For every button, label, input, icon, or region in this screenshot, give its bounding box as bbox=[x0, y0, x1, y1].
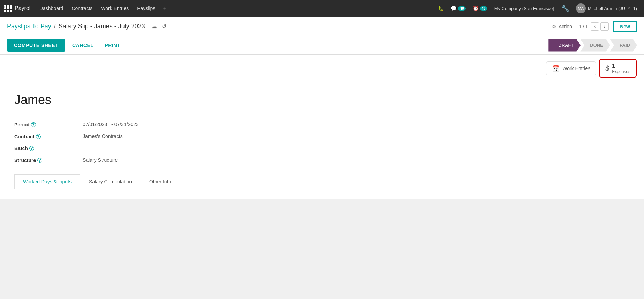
page-navigation: 1 / 1 ‹ › bbox=[579, 22, 609, 31]
new-button[interactable]: New bbox=[613, 21, 637, 32]
prev-page-button[interactable]: ‹ bbox=[591, 22, 599, 31]
settings-icon[interactable]: 🔧 bbox=[559, 3, 572, 14]
refresh-icon[interactable]: ↺ bbox=[162, 23, 166, 30]
activity-badge: 46 bbox=[480, 6, 487, 11]
status-paid[interactable]: PAID bbox=[610, 39, 637, 52]
batch-value[interactable] bbox=[83, 145, 224, 151]
top-navigation: Payroll Dashboard Contracts Work Entries… bbox=[0, 0, 644, 17]
work-entries-button[interactable]: 📅 Work Entries bbox=[546, 61, 596, 75]
compute-sheet-button[interactable]: COMPUTE SHEET bbox=[7, 39, 65, 52]
structure-value[interactable]: Salary Structure bbox=[83, 157, 224, 163]
period-dash: - 07/31/2023 bbox=[111, 122, 139, 127]
breadcrumb-current: Salary Slip - James - July 2023 bbox=[59, 23, 145, 30]
content-area: 📅 Work Entries $ 1 Expenses James Period… bbox=[0, 54, 644, 298]
messages-badge: 48 bbox=[458, 6, 465, 11]
expenses-info: 1 Expenses bbox=[612, 63, 630, 74]
nav-work-entries[interactable]: Work Entries bbox=[97, 4, 132, 13]
app-name: Payroll bbox=[15, 5, 32, 12]
tabs-row: Worked Days & Inputs Salary Computation … bbox=[14, 174, 630, 189]
tab-salary-computation[interactable]: Salary Computation bbox=[80, 174, 141, 189]
nav-dashboard[interactable]: Dashboard bbox=[36, 4, 67, 13]
expenses-button[interactable]: $ 1 Expenses bbox=[599, 59, 637, 78]
gear-icon: ⚙ bbox=[552, 24, 556, 29]
next-page-button[interactable]: › bbox=[600, 22, 609, 31]
status-draft[interactable]: DRAFT bbox=[548, 39, 581, 52]
user-menu[interactable]: MA Mitchell Admin (JULY_1) bbox=[573, 2, 640, 15]
cancel-button[interactable]: CANCEL bbox=[67, 39, 99, 52]
smart-buttons-row: 📅 Work Entries $ 1 Expenses bbox=[0, 55, 644, 82]
action-label: Action bbox=[559, 24, 572, 29]
nav-payslips[interactable]: Payslips bbox=[134, 4, 159, 13]
structure-label: Structure ? bbox=[14, 157, 77, 163]
structure-help-icon[interactable]: ? bbox=[37, 158, 42, 163]
expenses-label: Expenses bbox=[612, 69, 630, 74]
contract-label: Contract ? bbox=[14, 133, 77, 139]
batch-help-icon[interactable]: ? bbox=[29, 146, 34, 151]
activity-button[interactable]: ⏰ 46 bbox=[470, 4, 490, 13]
page-info: 1 / 1 bbox=[579, 24, 588, 29]
breadcrumb-actions: ⚙ Action 1 / 1 ‹ › New bbox=[549, 21, 637, 32]
batch-label: Batch ? bbox=[14, 145, 77, 151]
toolbar: COMPUTE SHEET CANCEL PRINT DRAFT DONE PA… bbox=[0, 36, 644, 54]
period-start[interactable]: 07/01/2023 bbox=[83, 122, 107, 127]
period-help-icon[interactable]: ? bbox=[31, 122, 36, 127]
action-button[interactable]: ⚙ Action bbox=[549, 22, 575, 31]
company-name[interactable]: My Company (San Francisco) bbox=[492, 6, 557, 11]
employee-name: James bbox=[14, 93, 630, 107]
period-label: Period ? bbox=[14, 121, 77, 127]
work-entries-label: Work Entries bbox=[562, 66, 590, 71]
upload-icon[interactable]: ☁ bbox=[151, 23, 157, 30]
bug-icon-button[interactable]: 🐛 bbox=[435, 4, 447, 13]
add-menu-button[interactable]: + bbox=[160, 3, 170, 14]
contract-value[interactable]: James's Contracts bbox=[83, 133, 224, 139]
calendar-icon: 📅 bbox=[552, 65, 560, 72]
messages-button[interactable]: 💬 48 bbox=[448, 4, 468, 13]
avatar: MA bbox=[576, 3, 586, 13]
breadcrumb-parent[interactable]: Payslips To Pay bbox=[7, 23, 51, 30]
breadcrumb-separator: / bbox=[54, 23, 56, 30]
tab-worked-days[interactable]: Worked Days & Inputs bbox=[14, 174, 80, 189]
print-button[interactable]: PRINT bbox=[99, 39, 126, 52]
user-name: Mitchell Admin (JULY_1) bbox=[588, 6, 637, 11]
status-done[interactable]: DONE bbox=[580, 39, 610, 52]
contract-help-icon[interactable]: ? bbox=[36, 134, 41, 139]
app-logo[interactable]: Payroll bbox=[4, 5, 32, 12]
form-card: 📅 Work Entries $ 1 Expenses James Period… bbox=[0, 54, 644, 199]
status-pipeline: DRAFT DONE PAID bbox=[548, 39, 637, 52]
grid-icon bbox=[4, 5, 12, 12]
form-body: James Period ? 07/01/2023 - 07/31/2023 C… bbox=[0, 82, 644, 199]
tab-other-info[interactable]: Other Info bbox=[141, 174, 180, 189]
expenses-count: 1 bbox=[612, 63, 615, 69]
period-value: 07/01/2023 - 07/31/2023 bbox=[83, 121, 224, 127]
nav-contracts[interactable]: Contracts bbox=[68, 4, 96, 13]
dollar-icon: $ bbox=[605, 64, 609, 72]
form-fields: Period ? 07/01/2023 - 07/31/2023 Contrac… bbox=[14, 121, 224, 163]
breadcrumb-bar: Payslips To Pay / Salary Slip - James - … bbox=[0, 17, 644, 36]
